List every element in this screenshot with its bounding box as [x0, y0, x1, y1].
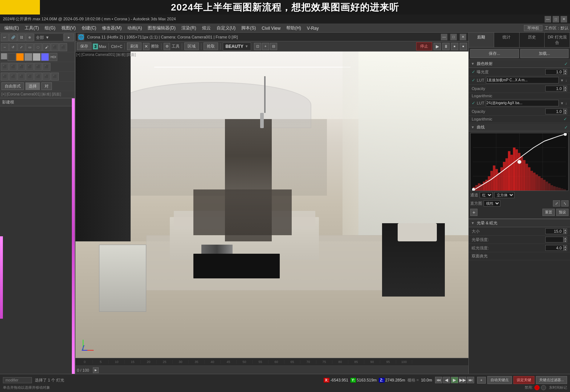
curve-reset-btn[interactable]: 重置 — [542, 209, 555, 216]
clean-btn[interactable]: 刷清 — [127, 42, 142, 50]
lut2-opacity-down[interactable]: ▼ — [563, 111, 567, 114]
linear-select[interactable]: 线性 — [484, 200, 500, 207]
frame-step-btn[interactable]: ► — [93, 367, 99, 373]
play-btn[interactable]: ▶ — [434, 43, 441, 50]
exposure-down[interactable]: ▼ — [563, 72, 567, 75]
snap-button[interactable]: ► — [64, 33, 74, 41]
exposure-input[interactable] — [545, 69, 563, 75]
render-window-x[interactable]: ✕ — [460, 34, 466, 40]
color-btn-3[interactable] — [16, 53, 24, 61]
curve-add-btn[interactable]: + — [470, 209, 477, 216]
menu-animation[interactable]: 动画(A) — [124, 24, 145, 32]
menu-tools[interactable]: 工具(T) — [22, 24, 42, 32]
lut1-dropdown-arrow[interactable]: ▼ — [560, 78, 564, 82]
menu-create[interactable]: 创建(C) — [79, 24, 99, 32]
tools-icon[interactable]: ⚙ — [164, 43, 170, 50]
render-icon-2[interactable]: ■ — [460, 43, 467, 50]
minimize-button[interactable]: — — [545, 16, 551, 23]
color-btn-2[interactable] — [8, 53, 16, 61]
play-last-btn[interactable]: ⏭ — [467, 377, 474, 383]
menu-edit[interactable]: 编辑(E) — [1, 24, 22, 32]
menu-script[interactable]: 脚本(S) — [238, 24, 259, 32]
render-icon-1[interactable]: ■ — [451, 43, 458, 50]
selection-filter[interactable]: 全部 ▼ — [34, 33, 63, 41]
bloom-glare-down[interactable]: ▼ — [563, 248, 567, 251]
geo-sphere[interactable]: ⬛ — [9, 63, 17, 71]
geo-cam[interactable]: ⬛ — [42, 63, 50, 71]
bloom-glare-input[interactable] — [545, 245, 563, 251]
tab-postprocess[interactable]: 后期 — [469, 33, 494, 47]
sub-btn-4[interactable]: ⬛ — [26, 73, 34, 81]
lut1-select[interactable]: 1直接加载mP C...X A m... — [486, 77, 559, 83]
curve-preset-btn[interactable]: 预设 — [556, 209, 569, 216]
set-key-btn[interactable]: 设定关键 — [513, 376, 534, 384]
curve-type-select[interactable]: 立方体 — [494, 192, 514, 198]
geo-light[interactable]: ⬛ — [34, 63, 42, 71]
auto-key-btn[interactable]: 自动关键点 — [487, 376, 512, 384]
bloom-intensity-down[interactable]: ▼ — [563, 240, 567, 242]
bloom-header[interactable]: ▼ 光晕 & 眩光 — [469, 219, 570, 227]
tab-history[interactable]: 历史 — [520, 33, 545, 47]
render-window-close[interactable]: — — [441, 34, 447, 40]
zoom-out-btn[interactable]: ⊟ — [270, 43, 277, 50]
sub-btn-2[interactable]: ⬛ — [9, 73, 17, 81]
hdi-button[interactable]: HDI — [49, 53, 57, 61]
save-lut-btn[interactable]: 保存... — [470, 49, 519, 58]
sub-btn-6[interactable]: ⬛ — [42, 73, 50, 81]
menu-modifier[interactable]: 修改器(M) — [99, 24, 124, 32]
channel-select[interactable]: 红 — [480, 192, 493, 198]
bloom-size-down[interactable]: ▼ — [563, 231, 567, 234]
menu-graph-editor[interactable]: 图形编辑器(D) — [145, 24, 179, 32]
sub-btn-3[interactable]: ⬛ — [17, 73, 25, 81]
link-button[interactable]: 🔗 — [9, 33, 17, 41]
curve-section-header[interactable]: ▼ 曲线 ✓ — [469, 123, 570, 131]
bloom-intensity-input[interactable] — [545, 237, 563, 242]
lut2-opacity-up[interactable]: ▲ — [563, 109, 567, 111]
bloom-intensity-up[interactable]: ▲ — [563, 237, 567, 240]
zoom-in-btn[interactable]: + — [262, 43, 269, 50]
lut2-opacity-input[interactable] — [545, 109, 563, 114]
key-filters-btn[interactable]: 关键点过滤器... — [536, 376, 567, 384]
stop-render-btn[interactable]: 停止 — [416, 42, 432, 50]
menu-group[interactable]: 组(G) — [42, 24, 58, 32]
menu-cloud[interactable]: 炫云 — [199, 24, 214, 32]
lut2-select[interactable]: 2勾选logarig AgX ba... — [486, 100, 559, 106]
beauty-selector[interactable]: BEAUTY ▼ — [223, 42, 251, 50]
paint-select[interactable]: 🖌 — [42, 43, 50, 51]
lut1-opacity-down[interactable]: ▼ — [563, 89, 567, 91]
align-btn[interactable]: 对 — [41, 82, 52, 90]
select-move[interactable]: ↔ — [1, 43, 9, 51]
select-rotate[interactable]: ↺ — [9, 43, 17, 51]
play-btn[interactable]: ▶ — [451, 377, 458, 383]
bloom-glare-up[interactable]: ▲ — [563, 245, 567, 248]
erase-icon[interactable]: ✕ — [143, 43, 149, 50]
color-btn-5[interactable] — [33, 53, 41, 61]
bloom-size-input[interactable] — [545, 228, 563, 234]
menu-render[interactable]: 渲染(R) — [179, 24, 199, 32]
tab-stats[interactable]: 统计 — [494, 33, 520, 47]
play-first-btn[interactable]: ⏮ — [435, 377, 442, 383]
disable-toggle[interactable] — [541, 385, 546, 390]
maximize-button[interactable]: □ — [553, 16, 559, 23]
menu-customize[interactable]: 自定义(U) — [214, 24, 239, 32]
unlink-button[interactable]: ⛓ — [17, 33, 25, 41]
geo-plane[interactable]: ⬛ — [26, 63, 34, 71]
sub-btn-7[interactable]: ⬛ — [51, 73, 59, 81]
select-tool[interactable]: ▭ — [26, 43, 34, 51]
render-window-maximize[interactable]: □ — [450, 34, 457, 40]
color-btn-4[interactable] — [24, 53, 32, 61]
curve-paste-btn[interactable]: ⤣ — [561, 200, 569, 207]
curve-copy-btn[interactable]: ⤢ — [553, 200, 560, 207]
menu-civil-view[interactable]: Civil View — [259, 25, 283, 32]
lut2-dropdown-arrow[interactable]: ▼ — [560, 101, 564, 105]
free-form-btn[interactable]: 自由形式 — [1, 82, 24, 90]
sub-btn-1[interactable]: ⬛ — [1, 73, 9, 81]
add-key-btn[interactable]: + — [477, 377, 486, 384]
menu-view[interactable]: 视图(V) — [58, 24, 79, 32]
select-scale[interactable]: ⤢ — [17, 43, 25, 51]
lut1-opacity-input[interactable] — [545, 86, 563, 91]
capture-btn[interactable]: 抢取 — [204, 42, 218, 50]
record-indicator[interactable] — [534, 385, 540, 390]
curve-canvas[interactable] — [470, 133, 569, 191]
exposure-up[interactable]: ▲ — [563, 69, 567, 72]
